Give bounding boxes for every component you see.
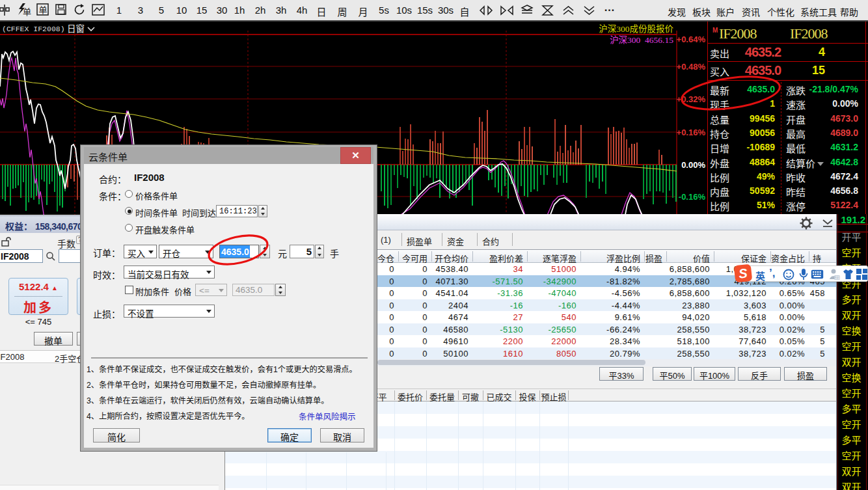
- svg-text:+0.16%: +0.16%: [677, 128, 706, 137]
- svg-text:(CFFEX IF2008): (CFFEX IF2008): [2, 25, 65, 33]
- svg-text:23: 23: [835, 275, 841, 280]
- svg-text:沪深300 4656.15: 沪深300 4656.15: [610, 33, 673, 46]
- svg-text:日窗: 日窗: [67, 21, 85, 34]
- svg-text:单: 单: [23, 5, 31, 17]
- svg-text:单: 单: [39, 3, 47, 16]
- svg-text:0.00%: 0.00%: [681, 160, 705, 170]
- svg-text:-0.16%: -0.16%: [679, 192, 706, 202]
- svg-text:+0.64%: +0.64%: [677, 34, 706, 44]
